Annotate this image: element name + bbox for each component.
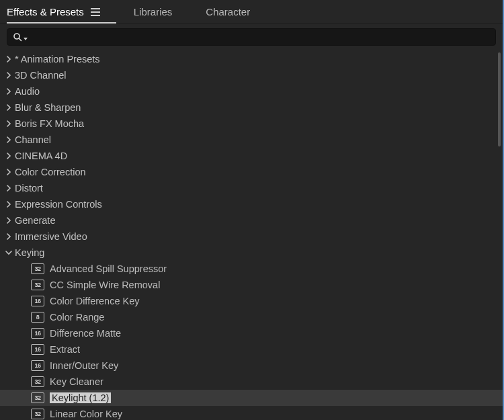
- category-label: Immersive Video: [15, 231, 87, 242]
- search-icon: [13, 32, 22, 42]
- effect-label: Advanced Spill Suppressor: [50, 263, 167, 274]
- tab-character[interactable]: Character: [206, 0, 250, 24]
- effect-label: Color Range: [50, 312, 104, 323]
- effect-bits-icon: 16: [31, 344, 44, 355]
- category-label: Distort: [15, 183, 43, 194]
- chevron-down-icon[interactable]: [24, 38, 28, 40]
- category-label: Color Correction: [15, 167, 86, 177]
- chevron-right-icon[interactable]: [4, 217, 13, 224]
- category-row[interactable]: Expression Controls: [0, 196, 503, 212]
- category-label: * Animation Presets: [15, 54, 100, 65]
- effect-bits-icon: 8: [31, 312, 44, 323]
- category-label: Boris FX Mocha: [15, 118, 84, 129]
- category-row[interactable]: * Animation Presets: [0, 51, 503, 67]
- effect-bits-icon: 16: [31, 360, 44, 371]
- effect-bits-icon: 32: [31, 263, 44, 274]
- category-label: Keying: [15, 247, 44, 258]
- search-box[interactable]: [7, 28, 496, 46]
- effect-bits-icon: 32: [31, 409, 44, 419]
- chevron-right-icon[interactable]: [4, 120, 13, 127]
- effect-label: CC Simple Wire Removal: [50, 280, 160, 290]
- effect-label: Keylight (1.2): [50, 392, 111, 403]
- effect-label: Difference Matte: [50, 328, 121, 339]
- effect-label: Linear Color Key: [50, 409, 122, 419]
- category-label: Generate: [15, 215, 55, 226]
- effect-bits-icon: 32: [31, 392, 44, 403]
- category-label: Channel: [15, 134, 51, 145]
- effect-item[interactable]: 16Inner/Outer Key: [0, 358, 503, 374]
- chevron-right-icon[interactable]: [4, 233, 13, 240]
- effect-item[interactable]: 8Color Range: [0, 309, 503, 325]
- category-row[interactable]: Blur & Sharpen: [0, 99, 503, 116]
- tab-label: Character: [206, 6, 250, 17]
- category-label: Expression Controls: [15, 199, 102, 210]
- category-row[interactable]: CINEMA 4D: [0, 148, 503, 164]
- category-row[interactable]: Color Correction: [0, 164, 503, 180]
- tab-label: Libraries: [134, 6, 173, 17]
- chevron-right-icon[interactable]: [4, 72, 13, 79]
- svg-line-1: [19, 38, 22, 41]
- effect-item[interactable]: 16Color Difference Key: [0, 293, 503, 309]
- effect-label: Key Cleaner: [50, 376, 103, 387]
- tab-libraries[interactable]: Libraries: [134, 0, 173, 24]
- chevron-down-icon[interactable]: [4, 249, 13, 256]
- effect-bits-icon: 32: [31, 280, 44, 290]
- chevron-right-icon[interactable]: [4, 56, 13, 62]
- effect-item[interactable]: 32Advanced Spill Suppressor: [0, 261, 503, 277]
- effect-bits-icon: 32: [31, 376, 44, 387]
- effect-item[interactable]: 32CC Simple Wire Removal: [0, 277, 503, 293]
- effect-bits-icon: 16: [31, 328, 44, 339]
- chevron-right-icon[interactable]: [4, 201, 13, 208]
- search-input[interactable]: [30, 32, 490, 42]
- category-row[interactable]: Channel: [0, 132, 503, 148]
- category-row[interactable]: Immersive Video: [0, 228, 503, 245]
- effect-bits-icon: 16: [31, 296, 44, 306]
- effect-label: Extract: [50, 344, 80, 355]
- category-row[interactable]: 3D Channel: [0, 67, 503, 83]
- effect-item[interactable]: 16Difference Matte: [0, 325, 503, 341]
- category-label: CINEMA 4D: [15, 151, 67, 161]
- effect-label: Inner/Outer Key: [50, 360, 118, 371]
- tab-bar: Effects & Presets Libraries Character: [0, 0, 503, 24]
- effects-list: * Animation Presets3D ChannelAudioBlur &…: [0, 51, 503, 420]
- category-label: Audio: [15, 86, 40, 97]
- category-label: Blur & Sharpen: [15, 102, 81, 113]
- chevron-right-icon[interactable]: [4, 88, 13, 95]
- chevron-right-icon[interactable]: [4, 104, 13, 111]
- chevron-right-icon[interactable]: [4, 136, 13, 143]
- chevron-right-icon[interactable]: [4, 153, 13, 159]
- chevron-right-icon[interactable]: [4, 185, 13, 192]
- panel-menu-icon[interactable]: [91, 7, 100, 17]
- category-row[interactable]: Keying: [0, 245, 503, 261]
- category-row[interactable]: Generate: [0, 212, 503, 228]
- category-row[interactable]: Audio: [0, 83, 503, 99]
- effect-item[interactable]: 32Key Cleaner: [0, 374, 503, 390]
- chevron-right-icon[interactable]: [4, 169, 13, 175]
- effect-item[interactable]: 32Keylight (1.2): [0, 390, 503, 406]
- effect-item[interactable]: 32Linear Color Key: [0, 406, 503, 420]
- tab-effects-presets[interactable]: Effects & Presets: [7, 0, 100, 24]
- category-row[interactable]: Boris FX Mocha: [0, 116, 503, 132]
- category-label: 3D Channel: [15, 70, 67, 81]
- tab-label: Effects & Presets: [7, 6, 84, 17]
- search-row: [0, 24, 503, 51]
- effect-label: Color Difference Key: [50, 296, 140, 306]
- category-row[interactable]: Distort: [0, 180, 503, 196]
- scrollbar-thumb[interactable]: [498, 52, 501, 146]
- effect-item[interactable]: 16Extract: [0, 341, 503, 358]
